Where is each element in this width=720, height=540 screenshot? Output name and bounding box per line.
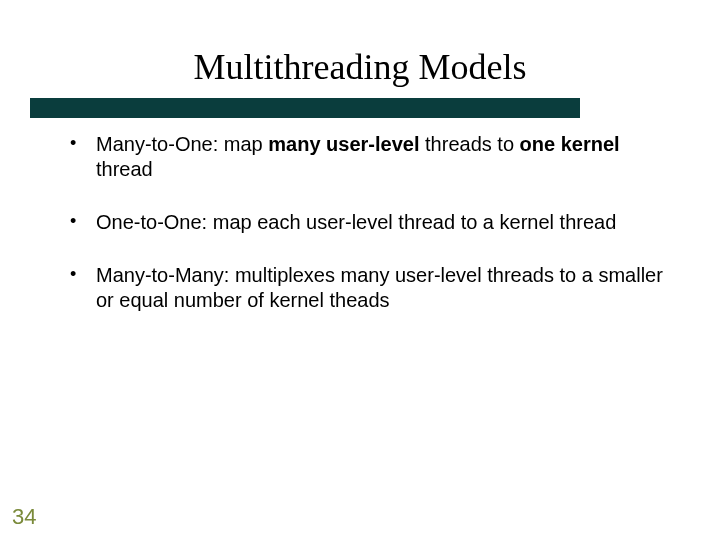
page-number: 34 xyxy=(12,504,36,530)
slide: Multithreading Models • Many-to-One: map… xyxy=(0,0,720,540)
bullet-bold: one kernel xyxy=(520,133,620,155)
slide-title: Multithreading Models xyxy=(0,0,720,98)
bullet-marker: • xyxy=(70,263,96,286)
bullet-mid: threads to xyxy=(420,133,520,155)
bullet-item: • One-to-One: map each user-level thread… xyxy=(70,210,670,235)
bullet-text: One-to-One: map each user-level thread t… xyxy=(96,210,670,235)
bullet-item: • Many-to-One: map many user-level threa… xyxy=(70,132,670,182)
bullet-bold: many user-level xyxy=(268,133,419,155)
content-area: • Many-to-One: map many user-level threa… xyxy=(70,132,670,341)
bullet-marker: • xyxy=(70,210,96,233)
bullet-marker: • xyxy=(70,132,96,155)
bullet-text: Many-to-One: map many user-level threads… xyxy=(96,132,670,182)
title-underline xyxy=(30,98,580,118)
bullet-text: Many-to-Many: multiplexes many user-leve… xyxy=(96,263,670,313)
bullet-prefix: Many-to-One: map xyxy=(96,133,268,155)
bullet-suffix: thread xyxy=(96,158,153,180)
bullet-item: • Many-to-Many: multiplexes many user-le… xyxy=(70,263,670,313)
